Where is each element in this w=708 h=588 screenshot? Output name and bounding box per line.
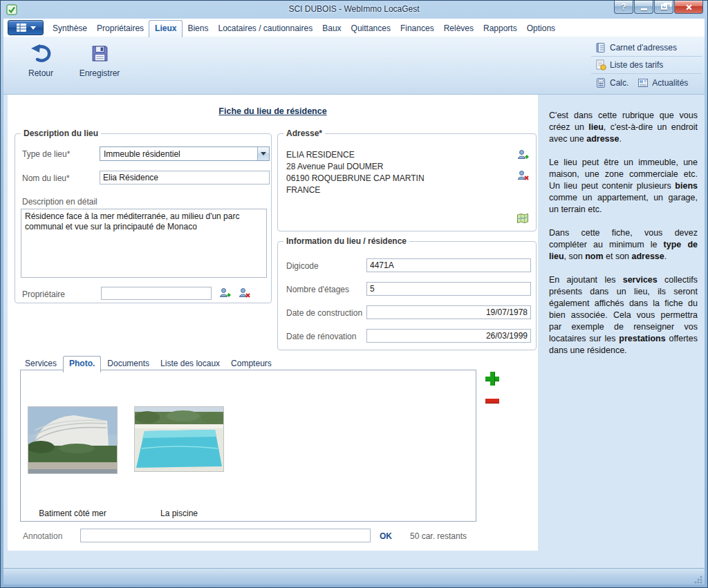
- help-button[interactable]: ?: [614, 1, 633, 14]
- remove-photo-button[interactable]: [485, 399, 499, 403]
- type-select[interactable]: Immeuble résidentiel: [100, 146, 270, 161]
- restore-icon: [661, 4, 667, 10]
- type-selected-value: Immeuble résidentiel: [104, 149, 180, 159]
- digicode-input[interactable]: [366, 258, 531, 272]
- tab-compteurs[interactable]: Compteurs: [226, 357, 277, 371]
- status-bar: [3, 568, 705, 585]
- application-menu-button[interactable]: [8, 20, 44, 35]
- ribbon-tab-quittances[interactable]: Quittances: [346, 21, 395, 37]
- place-form: Fiche du lieu de résidence Description d…: [8, 95, 538, 551]
- news-button[interactable]: Actualités: [637, 77, 688, 88]
- ribbon-tab-bar: Synthèse Propriétaires Lieux Biens Locat…: [3, 19, 705, 37]
- person-remove-icon: [238, 287, 250, 299]
- calculator-button[interactable]: Calc.: [595, 77, 628, 88]
- back-label: Retour: [28, 68, 53, 78]
- ribbon-tab-baux[interactable]: Baux: [317, 21, 346, 37]
- photo-thumbnail-pool[interactable]: [134, 406, 224, 472]
- detail-label: Description en détail: [22, 197, 97, 207]
- page-title: Fiche du lieu de résidence: [8, 106, 538, 116]
- help-paragraph: Le lieu peut être un immeuble, une maiso…: [549, 157, 698, 216]
- tab-services[interactable]: Services: [20, 357, 62, 371]
- renovation-date-input[interactable]: [366, 329, 531, 343]
- price-list-icon: [595, 59, 606, 70]
- news-icon: [637, 77, 649, 88]
- floors-label: Nombre d'étages: [286, 285, 349, 294]
- help-paragraph: En ajoutant les services collectifs prés…: [549, 274, 698, 357]
- ribbon-tab-releves[interactable]: Relèves: [439, 21, 478, 37]
- digicode-label: Digicode: [286, 261, 319, 271]
- ribbon-tab-lieux[interactable]: Lieux: [149, 20, 183, 37]
- add-photo-button[interactable]: [485, 371, 500, 386]
- construction-date-input[interactable]: [366, 305, 531, 319]
- address-legend: Adresse*: [283, 129, 325, 138]
- address-fieldset: Adresse* ELIA RESIDENCE 28 Avenue Paul D…: [277, 133, 537, 231]
- building-photo: [28, 407, 117, 473]
- description-legend: Description du lieu: [21, 129, 101, 138]
- renovation-date-label: Date de rénovation: [286, 332, 356, 341]
- address-line-1: ELIA RESIDENCE: [286, 149, 425, 161]
- toolbar-right-group: Carnet d'adresses Liste des tarifs: [591, 39, 702, 91]
- help-paragraph: C'est dans cette rubrique que vous créez…: [549, 110, 698, 145]
- ribbon-tab-locataires[interactable]: Locataires / cautionnaires: [213, 21, 317, 37]
- workspace: Fiche du lieu de résidence Description d…: [3, 95, 705, 568]
- calculator-label: Calc.: [610, 78, 628, 88]
- name-input[interactable]: [100, 171, 270, 184]
- detail-textarea[interactable]: Résidence face à la mer méditerranée, au…: [21, 209, 267, 278]
- restore-button[interactable]: [654, 1, 673, 14]
- construction-date-label: Date de construction: [286, 308, 362, 318]
- save-icon: [91, 42, 109, 64]
- address-map-button[interactable]: [515, 211, 530, 225]
- pool-photo: [135, 407, 223, 471]
- ribbon-tab-options[interactable]: Options: [522, 21, 560, 37]
- price-list-button[interactable]: Liste des tarifs: [591, 57, 702, 74]
- ribbon-tab-proprietaires[interactable]: Propriétaires: [92, 21, 149, 37]
- address-remove-contact-button[interactable]: [515, 169, 530, 182]
- help-panel: C'est dans cette rubrique que vous créez…: [542, 95, 705, 568]
- owner-label: Propriétaire: [22, 290, 65, 299]
- title-bar: SCI DUBOIS - WebImmo LocaGest ?: [1, 1, 707, 19]
- detail-tab-bar: Services Photo. Documents Liste des loca…: [20, 356, 277, 371]
- address-book-button[interactable]: Carnet d'adresses: [591, 39, 702, 57]
- back-button[interactable]: Retour: [19, 42, 63, 88]
- map-icon: [516, 213, 529, 224]
- tab-documents[interactable]: Documents: [102, 357, 154, 371]
- close-icon: [685, 3, 693, 11]
- owner-input[interactable]: [101, 287, 212, 300]
- ribbon-tab-synthese[interactable]: Synthèse: [48, 21, 92, 37]
- ribbon-tab-rapports[interactable]: Rapports: [478, 21, 522, 37]
- person-add-icon: [218, 287, 231, 299]
- annotation-remaining-count: 50 car. restants: [410, 531, 467, 541]
- information-fieldset: Information du lieu / résidence Digicode…: [277, 241, 537, 350]
- news-label: Actualités: [652, 78, 688, 88]
- type-label: Type de lieu*: [22, 149, 70, 159]
- annotation-input[interactable]: [80, 529, 371, 542]
- name-label: Nom du lieu*: [22, 173, 70, 183]
- minimize-button[interactable]: [634, 1, 653, 14]
- window-title: SCI DUBOIS - WebImmo LocaGest: [1, 4, 707, 14]
- price-list-label: Liste des tarifs: [610, 60, 663, 70]
- owner-add-button[interactable]: [217, 286, 232, 300]
- toolbar-bottom-row: Calc. Actualités: [591, 74, 702, 91]
- save-label: Enregistrer: [80, 68, 120, 78]
- save-button[interactable]: Enregistrer: [74, 42, 125, 88]
- resize-grip[interactable]: [693, 575, 703, 585]
- application-window: SCI DUBOIS - WebImmo LocaGest ?: [0, 0, 708, 588]
- chevron-down-icon: [261, 152, 266, 155]
- close-button[interactable]: [674, 1, 703, 14]
- ribbon-tab-biens[interactable]: Biens: [183, 21, 213, 37]
- floors-input[interactable]: [366, 282, 531, 296]
- annotation-ok-button[interactable]: OK: [380, 531, 392, 541]
- address-add-contact-button[interactable]: [515, 148, 530, 162]
- back-icon: [30, 42, 52, 64]
- ribbon-tab-finances[interactable]: Finances: [395, 21, 439, 37]
- address-book-icon: [595, 42, 606, 53]
- owner-remove-button[interactable]: [236, 286, 252, 300]
- photo-thumbnail-building[interactable]: [28, 406, 118, 474]
- annotation-label: Annotation: [23, 531, 62, 541]
- tab-liste-des-locaux[interactable]: Liste des locaux: [156, 357, 225, 371]
- type-select-dropdown-button[interactable]: [257, 147, 269, 160]
- tab-photo[interactable]: Photo.: [63, 356, 101, 372]
- window-controls: ?: [614, 1, 703, 14]
- person-add-icon: [516, 149, 529, 161]
- client-area: Synthèse Propriétaires Lieux Biens Locat…: [3, 19, 705, 585]
